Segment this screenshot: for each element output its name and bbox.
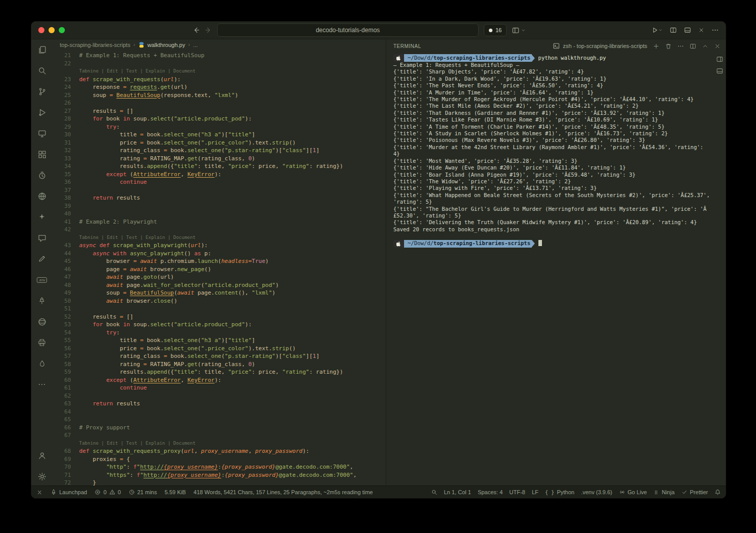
codelens-links[interactable]: Tabnine | Edit | Test | Explain | Docume… — [79, 234, 196, 242]
python-interpreter[interactable]: .venv (3.9.6) — [581, 489, 612, 495]
code-line[interactable]: 39 — [53, 202, 386, 210]
code-line[interactable]: 22 — [53, 60, 386, 68]
code-line[interactable]: 61 continue — [53, 384, 386, 392]
activity-dotenv[interactable]: .env — [36, 275, 48, 285]
terminal-panel-title[interactable]: TERMINAL — [393, 43, 421, 49]
back-button[interactable] — [193, 27, 200, 34]
code-line[interactable]: 36 continue — [53, 178, 386, 186]
zoom-window-button[interactable] — [59, 27, 65, 33]
code-line[interactable]: 62 — [53, 392, 386, 400]
code-line[interactable]: 47 await page.goto(url) — [53, 273, 386, 281]
activity-search[interactable] — [36, 65, 48, 76]
activity-remote-explorer[interactable] — [36, 128, 48, 138]
layout-toggle-button[interactable] — [512, 27, 526, 34]
codelens-row[interactable]: Tabnine | Edit | Test | Explain | Docume… — [53, 440, 386, 448]
code-line[interactable]: 66# Proxy support — [53, 424, 386, 432]
activity-run-debug[interactable] — [36, 107, 48, 117]
settings-button[interactable] — [36, 471, 48, 481]
file-size[interactable]: 5.59 KiB — [164, 489, 186, 495]
language-mode[interactable]: { } Python — [545, 489, 574, 495]
eol-sequence[interactable]: LF — [532, 489, 538, 495]
activity-more[interactable] — [36, 379, 48, 390]
open-editors-button[interactable] — [716, 56, 723, 63]
breadcrumb[interactable]: top-scraping-libraries-scripts › walkthr… — [53, 39, 386, 50]
close-editor-button[interactable] — [698, 27, 704, 33]
ninja-item[interactable]: Ninja — [653, 489, 674, 495]
code-line[interactable]: 67 — [53, 431, 386, 440]
cursor-position[interactable]: Ln 1, Col 1 — [444, 489, 471, 495]
code-line[interactable]: 68def scrape_with_requests_proxy(url, pr… — [53, 447, 386, 455]
close-window-button[interactable] — [38, 27, 44, 33]
activity-browser-preview[interactable] — [36, 191, 48, 201]
code-line[interactable]: 41# Example 2: Playwright — [53, 218, 386, 226]
activity-extensions[interactable] — [36, 149, 48, 159]
breadcrumb-file[interactable]: walkthrough.py — [148, 42, 185, 48]
code-line[interactable]: 57 rating_class = book.select_one("p.sta… — [53, 352, 386, 360]
code-line[interactable]: 46 page = await browser.new_page() — [53, 265, 386, 274]
code-line[interactable]: 27 results = [] — [53, 107, 386, 115]
code-line[interactable]: 71 "https": f"http://{proxy_username}:{p… — [53, 471, 386, 479]
split-editor-button[interactable] — [670, 27, 677, 34]
activity-timer[interactable] — [36, 170, 48, 180]
code-line[interactable]: 33 rating = RATING_MAP.get(rating_class,… — [53, 155, 386, 163]
new-terminal-button[interactable] — [653, 43, 659, 50]
activity-ai-sparkle[interactable] — [36, 212, 48, 222]
time-tracker[interactable]: 21 mins — [129, 489, 157, 495]
code-line[interactable]: 49 soup = BeautifulSoup(await page.conte… — [53, 289, 386, 297]
run-button[interactable] — [651, 27, 663, 34]
code-line[interactable]: 24 response = requests.get(url) — [53, 83, 386, 91]
code-line[interactable]: 64 — [53, 408, 386, 416]
activity-explorer[interactable] — [36, 44, 48, 55]
code-line[interactable]: 38 return results — [53, 194, 386, 202]
forward-button[interactable] — [205, 27, 212, 34]
code-line[interactable]: 25 soup = BeautifulSoup(response.text, "… — [53, 91, 386, 100]
code-line[interactable]: 43async def scrape_with_playwright(url): — [53, 241, 386, 250]
minimize-window-button[interactable] — [49, 27, 55, 33]
activity-theme-drop[interactable] — [36, 358, 48, 369]
encoding[interactable]: UTF-8 — [509, 489, 525, 495]
code-line[interactable]: 31 price = book.select_one(".price_color… — [53, 139, 386, 147]
command-center[interactable]: decodo-tutorials-demos — [217, 23, 479, 37]
code-line[interactable]: 53 for book in soup.select("article.prod… — [53, 321, 386, 329]
accounts-button[interactable] — [36, 450, 48, 461]
code-line[interactable]: 44 async with async_playwright() as p: — [53, 250, 386, 258]
code-line[interactable]: 65 — [53, 416, 386, 424]
code-line[interactable]: 48 await page.wait_for_selector("article… — [53, 281, 386, 289]
code-line[interactable]: 29 try: — [53, 123, 386, 131]
code-line[interactable]: 56 price = book.select_one(".price_color… — [53, 345, 386, 353]
problems-indicator[interactable]: 0 0 — [94, 489, 121, 495]
remote-indicator[interactable] — [36, 489, 43, 496]
code-line[interactable]: 34 results.append({"title": title, "pric… — [53, 162, 386, 171]
code-line[interactable]: 40 — [53, 210, 386, 218]
close-panel-button[interactable] — [714, 43, 721, 50]
terminal-output[interactable]: ~/Dow/d/top-scraping-libraries-scripts p… — [386, 53, 726, 486]
activity-draw[interactable] — [36, 254, 48, 264]
code-line[interactable]: 63 return results — [53, 400, 386, 408]
code-line[interactable]: 59 results.append({"title": title, "pric… — [53, 368, 386, 376]
indentation[interactable]: Spaces: 4 — [478, 489, 503, 495]
toggle-panel-button[interactable] — [684, 27, 691, 34]
codelens-row[interactable]: Tabnine | Edit | Test | Explain | Docume… — [53, 67, 386, 76]
breadcrumb-folder[interactable]: top-scraping-libraries-scripts — [60, 42, 130, 48]
code-line[interactable]: 42 — [53, 226, 386, 234]
code-line[interactable]: 69 proxies = { — [53, 455, 386, 464]
more-actions-button[interactable] — [712, 27, 719, 34]
codelens-links[interactable]: Tabnine | Edit | Test | Explain | Docume… — [79, 440, 196, 448]
notifications-button[interactable] — [715, 489, 721, 495]
code-line[interactable]: 32 rating_class = book.select_one("p.sta… — [53, 147, 386, 155]
code-line[interactable]: 58 rating = RATING_MAP.get(rating_class,… — [53, 360, 386, 369]
code-line[interactable]: 45 browser = await p.chromium.launch(hea… — [53, 257, 386, 265]
code-line[interactable]: 60 except (AttributeError, KeyError): — [53, 376, 386, 384]
code-area[interactable]: 21# Example 1: Requests + BeautifulSoup2… — [53, 50, 386, 486]
code-line[interactable]: 21# Example 1: Requests + BeautifulSoup — [53, 52, 386, 60]
notification-badge[interactable]: 16 — [484, 24, 507, 36]
code-line[interactable]: 52 results = [] — [53, 313, 386, 321]
codelens-row[interactable]: Tabnine | Edit | Test | Explain | Docume… — [53, 234, 386, 242]
code-line[interactable]: 51 — [53, 305, 386, 313]
codelens-links[interactable]: Tabnine | Edit | Test | Explain | Docume… — [79, 67, 196, 76]
split-terminal-button[interactable] — [690, 43, 696, 50]
kill-terminal-button[interactable] — [665, 43, 672, 50]
code-line[interactable]: 72 } — [53, 479, 386, 486]
status-search[interactable] — [431, 489, 437, 495]
code-line[interactable]: 37 — [53, 186, 386, 195]
